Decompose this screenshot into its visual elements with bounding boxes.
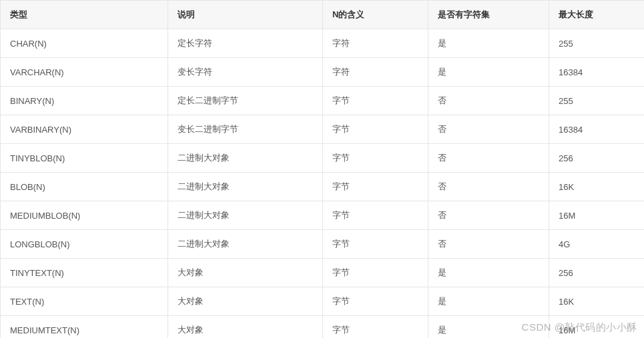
- cell-type: VARBINARY(N): [1, 115, 168, 144]
- cell-description: 二进制大对象: [168, 201, 323, 230]
- table-row: MEDIUMBLOB(N) 二进制大对象 字节 否 16M: [1, 201, 645, 230]
- table-row: VARBINARY(N) 变长二进制字节 字节 否 16384: [1, 115, 645, 144]
- cell-has-charset: 否: [428, 173, 549, 201]
- cell-description: 二进制大对象: [168, 230, 323, 259]
- cell-type: LONGBLOB(N): [1, 230, 168, 259]
- cell-n-meaning: 字节: [323, 115, 428, 144]
- cell-description: 变长二进制字节: [168, 115, 323, 144]
- table-row: LONGBLOB(N) 二进制大对象 字节 否 4G: [1, 230, 645, 259]
- cell-max-length: 256: [549, 259, 645, 287]
- cell-max-length: 255: [549, 29, 645, 58]
- cell-type: MEDIUMTEXT(N): [1, 316, 168, 339]
- cell-max-length: 16K: [549, 173, 645, 201]
- cell-type: MEDIUMBLOB(N): [1, 201, 168, 230]
- data-types-table: 类型 说明 N的含义 是否有字符集 最大长度 CHAR(N) 定长字符 字符 是…: [0, 0, 644, 338]
- cell-max-length: 256: [549, 144, 645, 173]
- cell-max-length: 16384: [549, 115, 645, 144]
- cell-description: 定长字符: [168, 29, 323, 58]
- cell-has-charset: 否: [428, 115, 549, 144]
- cell-type: BLOB(N): [1, 173, 168, 201]
- cell-n-meaning: 字节: [323, 316, 428, 339]
- table-row: MEDIUMTEXT(N) 大对象 字节 是 16M: [1, 316, 645, 339]
- cell-max-length: 4G: [549, 230, 645, 259]
- cell-n-meaning: 字节: [323, 201, 428, 230]
- cell-type: TEXT(N): [1, 287, 168, 316]
- cell-has-charset: 是: [428, 287, 549, 316]
- cell-type: CHAR(N): [1, 29, 168, 58]
- cell-max-length: 16M: [549, 316, 645, 339]
- cell-n-meaning: 字符: [323, 29, 428, 58]
- cell-has-charset: 否: [428, 87, 549, 115]
- cell-description: 二进制大对象: [168, 144, 323, 173]
- cell-has-charset: 否: [428, 230, 549, 259]
- cell-n-meaning: 字节: [323, 230, 428, 259]
- cell-n-meaning: 字符: [323, 58, 428, 87]
- table-row: TINYTEXT(N) 大对象 字节 是 256: [1, 259, 645, 287]
- cell-max-length: 16M: [549, 201, 645, 230]
- table-row: TINYBLOB(N) 二进制大对象 字节 否 256: [1, 144, 645, 173]
- cell-type: TINYBLOB(N): [1, 144, 168, 173]
- cell-n-meaning: 字节: [323, 173, 428, 201]
- cell-type: VARCHAR(N): [1, 58, 168, 87]
- header-max-length: 最大长度: [549, 1, 645, 29]
- cell-description: 大对象: [168, 316, 323, 339]
- cell-description: 大对象: [168, 287, 323, 316]
- table-row: CHAR(N) 定长字符 字符 是 255: [1, 29, 645, 58]
- cell-description: 变长字符: [168, 58, 323, 87]
- cell-type: BINARY(N): [1, 87, 168, 115]
- header-n-meaning: N的含义: [323, 1, 428, 29]
- cell-has-charset: 是: [428, 259, 549, 287]
- cell-description: 二进制大对象: [168, 173, 323, 201]
- cell-max-length: 16384: [549, 58, 645, 87]
- table-row: TEXT(N) 大对象 字节 是 16K: [1, 287, 645, 316]
- header-has-charset: 是否有字符集: [428, 1, 549, 29]
- cell-n-meaning: 字节: [323, 287, 428, 316]
- table-header: 类型 说明 N的含义 是否有字符集 最大长度: [1, 1, 645, 29]
- cell-has-charset: 否: [428, 144, 549, 173]
- header-type: 类型: [1, 1, 168, 29]
- cell-description: 定长二进制字节: [168, 87, 323, 115]
- cell-description: 大对象: [168, 259, 323, 287]
- table-row: VARCHAR(N) 变长字符 字符 是 16384: [1, 58, 645, 87]
- table-row: BINARY(N) 定长二进制字节 字节 否 255: [1, 87, 645, 115]
- cell-max-length: 255: [549, 87, 645, 115]
- cell-n-meaning: 字节: [323, 144, 428, 173]
- cell-type: TINYTEXT(N): [1, 259, 168, 287]
- header-description: 说明: [168, 1, 323, 29]
- table-row: BLOB(N) 二进制大对象 字节 否 16K: [1, 173, 645, 201]
- cell-max-length: 16K: [549, 287, 645, 316]
- table-body: CHAR(N) 定长字符 字符 是 255 VARCHAR(N) 变长字符 字符…: [1, 29, 645, 339]
- cell-has-charset: 是: [428, 316, 549, 339]
- table-header-row: 类型 说明 N的含义 是否有字符集 最大长度: [1, 1, 645, 29]
- cell-n-meaning: 字节: [323, 87, 428, 115]
- cell-n-meaning: 字节: [323, 259, 428, 287]
- cell-has-charset: 否: [428, 201, 549, 230]
- cell-has-charset: 是: [428, 29, 549, 58]
- cell-has-charset: 是: [428, 58, 549, 87]
